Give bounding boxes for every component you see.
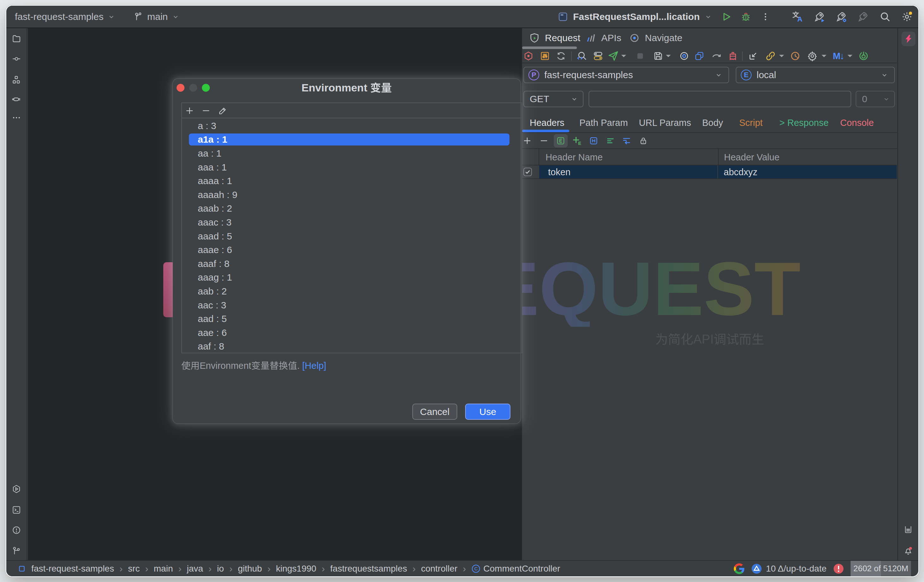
variable-item-a[interactable]: a : 3 bbox=[182, 119, 521, 133]
tab-navigate[interactable]: Navigate bbox=[629, 28, 682, 48]
section-tab-response[interactable]: > Response bbox=[779, 113, 829, 132]
run-configuration-selector[interactable]: FastRequestSampl...lication bbox=[557, 11, 712, 23]
import-headers-icon[interactable] bbox=[622, 136, 632, 146]
section-tab-headers[interactable]: Headers bbox=[530, 113, 564, 132]
more-actions-button[interactable] bbox=[760, 11, 771, 23]
build-tool-icon[interactable] bbox=[903, 525, 913, 534]
clean-cache-icon[interactable] bbox=[728, 51, 738, 61]
breadcrumb-item[interactable]: java bbox=[187, 564, 203, 574]
format-icon[interactable] bbox=[606, 136, 615, 145]
environment-dropdown[interactable]: E local bbox=[736, 67, 895, 83]
header-preset-icon[interactable] bbox=[589, 136, 598, 145]
edit-variable-icon[interactable] bbox=[218, 106, 228, 115]
project-selector[interactable]: fast-request-samples bbox=[15, 12, 116, 22]
settings-gear-icon[interactable] bbox=[901, 11, 912, 23]
translate-icon[interactable]: A bbox=[792, 11, 804, 23]
project-tool-icon[interactable] bbox=[12, 34, 21, 43]
stop-icon[interactable] bbox=[635, 51, 645, 61]
add-env-variable-icon[interactable]: E bbox=[572, 136, 582, 146]
breadcrumb-item[interactable]: CommentController bbox=[483, 564, 560, 574]
variable-item-aac[interactable]: aac : 3 bbox=[182, 298, 521, 312]
tab-apis[interactable]: APIs bbox=[586, 28, 621, 48]
error-indicator-icon[interactable] bbox=[833, 563, 844, 574]
rocket-settings-icon[interactable] bbox=[836, 11, 847, 23]
breadcrumb-item[interactable]: kings1990 bbox=[276, 564, 317, 574]
variable-item-aaaa[interactable]: aaaa : 1 bbox=[182, 174, 521, 188]
terminal-tool-icon[interactable] bbox=[12, 505, 21, 514]
save-dropdown-arrow[interactable] bbox=[665, 54, 671, 58]
panel-settings-icon[interactable] bbox=[807, 51, 818, 61]
section-tab-console[interactable]: Console bbox=[840, 113, 874, 132]
more-tools-icon[interactable] bbox=[12, 113, 21, 122]
variable-item-aa[interactable]: aa : 1 bbox=[182, 147, 521, 160]
link-dropdown-arrow[interactable] bbox=[779, 54, 784, 58]
remove-header-icon[interactable] bbox=[539, 136, 549, 145]
commit-tool-icon[interactable] bbox=[12, 54, 21, 64]
link-icon[interactable] bbox=[765, 51, 776, 61]
variable-item-aaab[interactable]: aaab : 2 bbox=[182, 202, 521, 216]
cancel-button[interactable]: Cancel bbox=[412, 404, 457, 420]
help-link[interactable]: [Help] bbox=[302, 361, 326, 371]
search-api-icon[interactable] bbox=[577, 51, 587, 61]
connect-icon[interactable] bbox=[858, 51, 869, 61]
undo-icon[interactable] bbox=[711, 51, 722, 61]
variable-item-aaaf[interactable]: aaaf : 8 bbox=[182, 257, 521, 271]
import-icon[interactable] bbox=[748, 51, 758, 61]
variable-item-a1a[interactable]: a1a : 1 bbox=[182, 133, 521, 147]
branch-selector[interactable]: main bbox=[133, 12, 180, 22]
remove-variable-icon[interactable] bbox=[201, 106, 211, 115]
env-variable-icon[interactable] bbox=[556, 136, 566, 145]
memory-indicator[interactable]: 2602 of 5120M bbox=[851, 561, 911, 576]
vcs-status-widget[interactable]: 10 Δ/up-to-date bbox=[751, 563, 827, 574]
header-row-token[interactable]: token abcdxyz bbox=[522, 165, 897, 179]
send-dropdown-arrow[interactable] bbox=[621, 54, 627, 58]
section-tab-script[interactable]: Script bbox=[739, 113, 762, 132]
run-tool-icon[interactable] bbox=[12, 484, 21, 494]
params-setting-icon[interactable] bbox=[540, 51, 550, 61]
copy-icon[interactable] bbox=[694, 51, 705, 61]
fast-request-logo[interactable] bbox=[901, 31, 916, 46]
variable-item-aaae[interactable]: aaae : 6 bbox=[182, 243, 521, 257]
breadcrumb-item[interactable]: github bbox=[238, 564, 262, 574]
breadcrumb-item[interactable]: src bbox=[128, 564, 140, 574]
variable-item-aaag[interactable]: aaag : 1 bbox=[182, 271, 521, 285]
variable-item-aaaah[interactable]: aaaah : 9 bbox=[182, 188, 521, 202]
url-input-box[interactable] bbox=[589, 91, 851, 107]
record-icon[interactable] bbox=[679, 51, 689, 61]
breadcrumb-item[interactable]: main bbox=[154, 564, 173, 574]
git-tool-icon[interactable] bbox=[12, 546, 21, 556]
header-row-checkbox[interactable] bbox=[523, 168, 532, 176]
tab-request[interactable]: Request bbox=[529, 28, 580, 48]
rocket-run-icon[interactable] bbox=[814, 11, 825, 23]
toggle-env-icon[interactable] bbox=[593, 51, 604, 61]
add-header-icon[interactable] bbox=[523, 136, 532, 145]
breadcrumb-item[interactable]: controller bbox=[421, 564, 457, 574]
breadcrumb-item[interactable]: fastrequestsamples bbox=[330, 564, 407, 574]
endpoints-tool-icon[interactable] bbox=[12, 95, 21, 104]
method-dropdown[interactable]: GET bbox=[523, 91, 584, 107]
variable-item-aaa[interactable]: aaa : 1 bbox=[182, 160, 521, 174]
settings-dropdown-arrow[interactable] bbox=[821, 54, 827, 58]
send-request-icon[interactable] bbox=[607, 50, 619, 62]
breadcrumb-item[interactable]: fast-request-samples bbox=[31, 564, 114, 574]
problems-tool-icon[interactable] bbox=[12, 525, 21, 535]
markdown-export-icon[interactable]: M↓ bbox=[833, 51, 844, 61]
header-name-cell[interactable]: token bbox=[539, 165, 717, 178]
variable-item-aab[interactable]: aab : 2 bbox=[182, 284, 521, 298]
project-dropdown[interactable]: P fast-request-samples bbox=[523, 67, 729, 83]
google-icon[interactable] bbox=[734, 563, 744, 574]
add-variable-icon[interactable] bbox=[185, 106, 194, 115]
section-tab-path-param[interactable]: Path Param bbox=[579, 113, 628, 132]
redirect-count-dropdown[interactable]: 0 bbox=[856, 91, 895, 107]
variable-item-aaad[interactable]: aaad : 5 bbox=[182, 229, 521, 243]
rocket-disabled-icon[interactable] bbox=[858, 11, 869, 23]
markdown-dropdown-arrow[interactable] bbox=[847, 54, 853, 58]
breadcrumb-item[interactable]: io bbox=[217, 564, 224, 574]
use-button[interactable]: Use bbox=[465, 404, 510, 420]
history-icon[interactable] bbox=[790, 51, 800, 61]
variable-item-aaac[interactable]: aaac : 3 bbox=[182, 215, 521, 229]
save-icon[interactable] bbox=[653, 51, 663, 61]
refresh-icon[interactable] bbox=[556, 51, 566, 61]
run-button[interactable] bbox=[721, 11, 732, 23]
header-value-cell[interactable]: abcdxyz bbox=[718, 165, 897, 178]
